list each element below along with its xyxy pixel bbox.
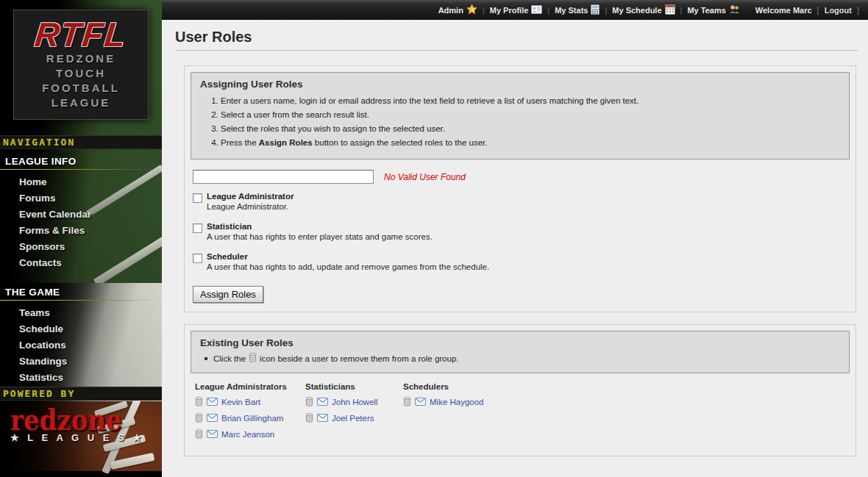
user-row: John Howell bbox=[305, 397, 403, 406]
bullet-icon bbox=[204, 357, 207, 360]
topbar-item-my-schedule[interactable]: My Schedule bbox=[612, 4, 675, 16]
sidebar-item-locations[interactable]: Locations bbox=[0, 337, 162, 354]
redzone-logo-name: redzone bbox=[10, 407, 144, 433]
topbar-separator: | bbox=[680, 6, 683, 15]
topbar-item-admin[interactable]: Admin bbox=[438, 4, 477, 16]
role-description: League Administrator. bbox=[207, 201, 294, 212]
logout-bracket: ] bbox=[857, 6, 859, 15]
bin-icon bbox=[249, 353, 257, 364]
remove-user-bin-icon[interactable] bbox=[403, 397, 411, 406]
existing-roles-panel: Existing User Roles Click the icon besid… bbox=[191, 331, 850, 373]
email-user-mail-icon[interactable] bbox=[207, 430, 218, 438]
remove-user-bin-icon[interactable] bbox=[195, 397, 203, 406]
section-divider bbox=[0, 300, 162, 301]
sidebar-item-event-calendar[interactable]: Event Calendar bbox=[0, 207, 162, 223]
role-groups: League Administrators Kevin Bart Brian G… bbox=[195, 382, 850, 445]
existing-panel-title: Existing User Roles bbox=[200, 337, 840, 348]
email-user-mail-icon[interactable] bbox=[317, 414, 328, 422]
sidebar-item-home[interactable]: Home bbox=[0, 174, 162, 190]
powered-by-strip: POWERED BY bbox=[0, 387, 162, 401]
section-title-league-info: LEAGUE INFO bbox=[0, 154, 162, 169]
instruction-step-bold: Assign Roles bbox=[259, 138, 313, 147]
rtfl-logo-line: TOUCH bbox=[14, 66, 148, 81]
topbar-item-my-stats-label: My Stats bbox=[555, 6, 588, 15]
sidebar-item-standings[interactable]: Standings bbox=[0, 354, 162, 370]
role-option-league-administrator: League Administrator League Administrato… bbox=[193, 191, 850, 212]
user-search-row: No Valid User Found bbox=[193, 170, 850, 184]
statistician-checkbox[interactable] bbox=[193, 223, 202, 233]
user-link[interactable]: John Howell bbox=[332, 398, 378, 406]
topbar-item-my-stats[interactable]: My Stats bbox=[555, 4, 600, 16]
role-name: Scheduler bbox=[207, 251, 489, 262]
group-title: Statisticians bbox=[305, 382, 403, 391]
role-description: A user that has rights to enter player s… bbox=[207, 232, 433, 242]
sidebar-section-league-info: LEAGUE INFO Home Forums Event Calendar F… bbox=[0, 154, 162, 271]
existing-roles-section: Existing User Roles Click the icon besid… bbox=[184, 324, 856, 456]
rtfl-logo[interactable]: RTFL REDZONE TOUCH FOOTBALL LEAGUE bbox=[13, 10, 149, 120]
page-title: User Roles bbox=[175, 29, 868, 46]
email-user-mail-icon[interactable] bbox=[317, 398, 328, 406]
user-row: Mike Haygood bbox=[403, 397, 513, 406]
section-divider bbox=[0, 169, 162, 170]
sidebar-item-forums[interactable]: Forums bbox=[0, 190, 162, 207]
topbar-separator: | bbox=[605, 6, 607, 15]
section-title-the-game: THE GAME bbox=[0, 285, 162, 300]
instruction-step: Press the Assign Roles button to assign … bbox=[221, 137, 840, 148]
calendar-icon bbox=[665, 4, 675, 16]
user-search-input[interactable] bbox=[193, 170, 374, 184]
league-administrator-checkbox[interactable] bbox=[193, 193, 202, 203]
topbar-separator: | bbox=[547, 6, 549, 15]
user-row: Kevin Bart bbox=[195, 397, 305, 406]
role-option-scheduler: Scheduler A user that has rights to add,… bbox=[193, 251, 850, 272]
redzone-leagues-logo[interactable]: redzone ★ L E A G U E S ★ bbox=[10, 409, 144, 443]
group-title: Schedulers bbox=[403, 382, 513, 391]
sidebar-item-teams[interactable]: Teams bbox=[0, 305, 162, 321]
note-text: Click the bbox=[213, 354, 246, 363]
topbar-separator: | bbox=[483, 6, 485, 15]
sidebar-item-schedule[interactable]: Schedule bbox=[0, 321, 162, 337]
user-link[interactable]: Marc Jeanson bbox=[221, 430, 274, 439]
topbar-item-my-teams[interactable]: My Teams bbox=[687, 4, 739, 15]
assign-instructions-panel: Assigning User Roles Enter a users name,… bbox=[191, 72, 850, 159]
topbar-item-my-teams-label: My Teams bbox=[687, 6, 725, 15]
remove-user-bin-icon[interactable] bbox=[305, 397, 313, 406]
user-link[interactable]: Mike Haygood bbox=[430, 398, 484, 406]
user-link[interactable]: Brian Gillingham bbox=[221, 414, 283, 423]
sidebar-item-forms-files[interactable]: Forms & Files bbox=[0, 223, 162, 239]
sidebar-section-the-game: THE GAME Teams Schedule Locations Standi… bbox=[0, 285, 162, 386]
instruction-step-text: button to assign the selected roles to t… bbox=[313, 138, 488, 147]
role-option-statistician: Statistician A user that has rights to e… bbox=[193, 221, 850, 242]
assign-roles-button[interactable]: Assign Roles bbox=[193, 286, 263, 303]
user-row: Brian Gillingham bbox=[195, 413, 305, 423]
sidebar-item-sponsors[interactable]: Sponsors bbox=[0, 239, 162, 255]
topbar-item-admin-label: Admin bbox=[438, 6, 463, 15]
assign-instructions-list: Enter a users name, login id or email ad… bbox=[221, 96, 840, 148]
search-status-message: No Valid User Found bbox=[384, 172, 466, 182]
topbar-item-my-profile[interactable]: My Profile bbox=[490, 5, 543, 15]
logout-button[interactable]: Logout bbox=[825, 6, 852, 15]
rtfl-logo-line: LEAGUE bbox=[14, 96, 148, 110]
remove-user-bin-icon[interactable] bbox=[305, 413, 313, 423]
email-user-mail-icon[interactable] bbox=[415, 398, 426, 406]
sidebar: RTFL REDZONE TOUCH FOOTBALL LEAGUE NAVIG… bbox=[0, 0, 162, 477]
calculator-icon bbox=[591, 4, 600, 16]
remove-user-bin-icon[interactable] bbox=[195, 413, 203, 423]
rtfl-logo-line: REDZONE bbox=[14, 51, 148, 66]
user-link[interactable]: Joel Peters bbox=[332, 414, 374, 423]
remove-user-bin-icon[interactable] bbox=[195, 429, 203, 439]
main-content: User Roles Assigning User Roles Enter a … bbox=[162, 20, 868, 477]
existing-roles-note: Click the icon beside a user to remove t… bbox=[204, 353, 840, 364]
group-statisticians: Statisticians John Howell Joel Peters bbox=[305, 382, 403, 445]
scheduler-checkbox[interactable] bbox=[193, 254, 202, 263]
rtfl-logo-acronym: RTFL bbox=[13, 18, 150, 51]
user-row: Marc Jeanson bbox=[195, 429, 305, 439]
topbar: Admin | My Profile | My Stats | My Sched… bbox=[162, 0, 868, 20]
sidebar-item-statistics[interactable]: Statistics bbox=[0, 370, 162, 386]
topbar-item-my-schedule-label: My Schedule bbox=[612, 6, 661, 15]
logout-bracket: [ bbox=[817, 6, 819, 15]
assign-roles-section: Assigning User Roles Enter a users name,… bbox=[184, 65, 856, 312]
email-user-mail-icon[interactable] bbox=[207, 414, 218, 422]
sidebar-item-contacts[interactable]: Contacts bbox=[0, 255, 162, 271]
email-user-mail-icon[interactable] bbox=[207, 398, 218, 406]
user-link[interactable]: Kevin Bart bbox=[221, 398, 260, 406]
